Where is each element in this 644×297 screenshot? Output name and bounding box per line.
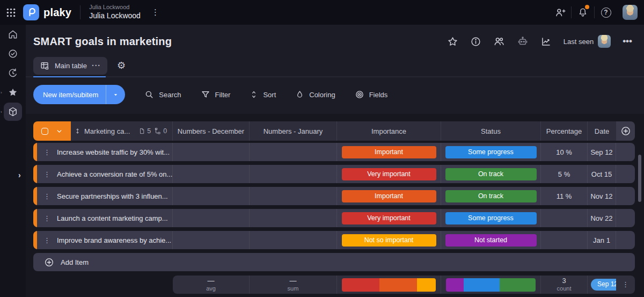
fields-button[interactable]: Fields (355, 90, 388, 99)
sidebar-expand-icon[interactable]: › (18, 171, 21, 179)
status-cell[interactable]: Some progress (441, 143, 541, 161)
status-distribution-bar[interactable] (446, 278, 536, 292)
column-header-importance[interactable]: Importance (337, 121, 441, 141)
table-row[interactable]: ⋮Achieve a conversion rate of 5% on...Ve… (33, 165, 635, 183)
bar-segment[interactable] (500, 278, 536, 292)
status-badge[interactable]: Some progress (445, 212, 537, 224)
group-header-corner[interactable] (33, 121, 71, 141)
percentage-cell[interactable] (541, 231, 588, 249)
numbers-january-cell[interactable] (250, 187, 337, 205)
summary-sum-cell[interactable]: — sum (250, 276, 337, 294)
column-header-status[interactable]: Status (441, 121, 541, 141)
sidebar-item-recent[interactable] (0, 63, 26, 83)
tab-options-icon[interactable]: ··· (92, 61, 101, 70)
summary-menu-icon[interactable]: ⋮ (622, 281, 629, 289)
sort-button[interactable]: Sort (250, 90, 276, 99)
sidebar-item-starred[interactable]: › (0, 83, 26, 102)
numbers-december-cell[interactable] (173, 231, 250, 249)
workspace-menu-icon[interactable]: ⋮ (151, 8, 159, 17)
item-name-cell[interactable]: ⋮Launch a content marketing camp... (37, 209, 173, 227)
members-icon[interactable] (493, 35, 505, 47)
column-header-numbers-december[interactable]: Numbers - December (173, 121, 250, 141)
date-cell[interactable]: Nov 22 (588, 209, 616, 227)
percentage-cell[interactable]: 10 % (541, 143, 588, 161)
search-button[interactable]: Search (144, 90, 181, 99)
importance-badge[interactable]: Not so important (342, 234, 436, 247)
info-icon[interactable] (470, 36, 481, 47)
user-avatar[interactable] (623, 5, 638, 20)
sidebar-item-home[interactable] (0, 25, 26, 44)
new-item-button[interactable]: New item/subitem (33, 85, 125, 104)
board-settings-gear-icon[interactable]: ⚙ (117, 60, 126, 71)
status-badge[interactable]: On track (445, 168, 537, 180)
status-cell[interactable]: Not started (441, 231, 541, 249)
drag-sort-icon[interactable] (74, 127, 81, 135)
date-cell[interactable]: Sep 12 (588, 143, 616, 161)
bar-segment[interactable] (342, 278, 379, 292)
row-menu-icon[interactable]: ⋮ (43, 236, 50, 244)
importance-cell[interactable]: Important (337, 187, 441, 205)
item-name-cell[interactable]: ⋮Increase website traffic by 30% wit... (37, 143, 173, 161)
percentage-cell[interactable] (541, 209, 588, 227)
new-item-dropdown-icon[interactable] (106, 85, 125, 104)
importance-distribution-bar[interactable] (342, 278, 436, 292)
workspace-switcher[interactable]: Julia Lockwood Julia Lockwood (89, 4, 141, 20)
status-badge[interactable]: Not started (445, 234, 537, 247)
row-menu-icon[interactable]: ⋮ (43, 170, 50, 178)
notifications-bell-icon[interactable] (572, 7, 594, 18)
add-column-button[interactable] (616, 121, 635, 141)
invite-user-icon[interactable] (548, 7, 571, 18)
numbers-january-cell[interactable] (250, 231, 337, 249)
status-cell[interactable]: On track (441, 187, 541, 205)
bar-segment[interactable] (417, 278, 436, 292)
table-row[interactable]: ⋮Improve brand awareness by achie...Not … (33, 231, 635, 249)
status-cell[interactable]: Some progress (441, 209, 541, 227)
numbers-december-cell[interactable] (173, 143, 250, 161)
select-all-checkbox[interactable] (41, 128, 48, 135)
row-menu-icon[interactable]: ⋮ (43, 192, 50, 200)
add-item-row[interactable]: Add Item (33, 253, 635, 271)
filter-button[interactable]: Filter (201, 90, 231, 99)
activity-chart-icon[interactable] (540, 36, 552, 47)
sidebar-item-tasks[interactable] (0, 44, 26, 63)
row-menu-icon[interactable]: ⋮ (43, 148, 50, 156)
status-badge[interactable]: Some progress (445, 146, 537, 158)
numbers-december-cell[interactable] (173, 165, 250, 183)
summary-avg-cell[interactable]: — avg (173, 276, 250, 294)
table-row[interactable]: ⋮Secure partnerships with 3 influen...Im… (33, 187, 635, 205)
importance-badge[interactable]: Very important (342, 212, 436, 224)
numbers-january-cell[interactable] (250, 143, 337, 161)
importance-badge[interactable]: Very important (342, 168, 436, 180)
status-badge[interactable]: On track (445, 190, 537, 202)
importance-cell[interactable]: Not so important (337, 231, 441, 249)
group-collapse-chevron-icon[interactable] (56, 128, 63, 135)
tab-main-table[interactable]: Main table ··· (33, 57, 107, 75)
column-header-numbers-january[interactable]: Numbers - January (250, 121, 337, 141)
column-header-percentage[interactable]: Percentage (541, 121, 588, 141)
apps-grid-icon[interactable] (6, 8, 16, 17)
percentage-cell[interactable]: 11 % (541, 187, 588, 205)
importance-cell[interactable]: Very important (337, 209, 441, 227)
status-cell[interactable]: On track (441, 165, 541, 183)
numbers-december-cell[interactable] (173, 209, 250, 227)
table-row[interactable]: ⋮Launch a content marketing camp...Very … (33, 209, 635, 227)
bar-segment[interactable] (446, 278, 464, 292)
numbers-january-cell[interactable] (250, 209, 337, 227)
plaky-logo[interactable]: plaky (23, 4, 71, 20)
bar-segment[interactable] (379, 278, 417, 292)
row-menu-icon[interactable]: ⋮ (43, 214, 50, 222)
column-header-date[interactable]: Date (588, 121, 616, 141)
date-cell[interactable]: Jan 1 (588, 231, 616, 249)
last-seen-avatar[interactable] (598, 35, 611, 48)
coloring-button[interactable]: Coloring (295, 90, 335, 99)
bar-segment[interactable] (464, 278, 500, 292)
date-cell[interactable]: Oct 15 (588, 165, 616, 183)
favorite-star-icon[interactable] (447, 36, 458, 47)
automations-robot-icon[interactable] (517, 35, 529, 47)
percentage-cell[interactable]: 5 % (541, 165, 588, 183)
item-name-cell[interactable]: ⋮Improve brand awareness by achie... (37, 231, 173, 249)
numbers-january-cell[interactable] (250, 165, 337, 183)
numbers-december-cell[interactable] (173, 187, 250, 205)
importance-cell[interactable]: Important (337, 143, 441, 161)
date-range-chip[interactable]: Sep 12 (591, 279, 616, 291)
